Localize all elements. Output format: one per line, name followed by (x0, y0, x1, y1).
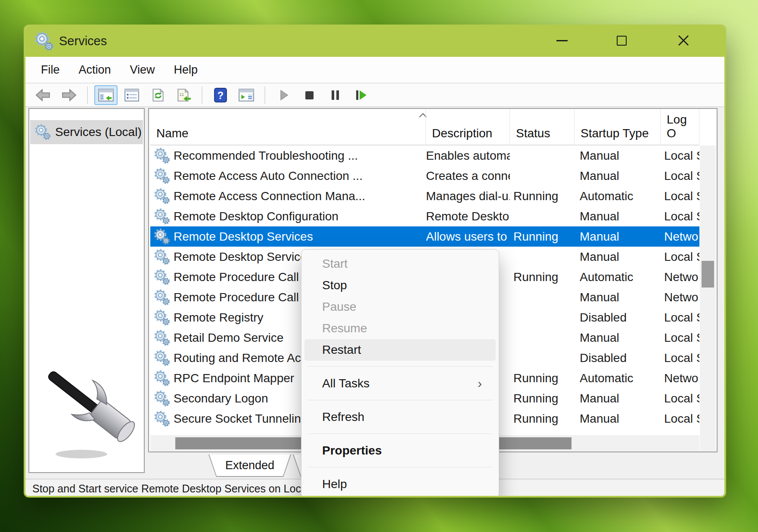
service-status-cell (510, 206, 575, 226)
service-gear-icon (154, 269, 170, 285)
service-startup-type-cell: Manual (575, 408, 661, 429)
service-startup-type-cell: Manual (575, 287, 661, 307)
svg-text:?: ? (217, 90, 224, 101)
service-gear-icon (154, 289, 170, 306)
back-button[interactable] (31, 85, 55, 105)
restart-service-button[interactable] (349, 85, 373, 105)
service-startup-type-cell: Disabled (575, 307, 661, 328)
hammer-image (30, 361, 155, 462)
status-bar-text: Stop and Start service Remote Desktop Se… (32, 483, 307, 495)
minimize-icon (556, 40, 568, 41)
show-console-tree-button[interactable] (94, 85, 118, 105)
service-status-cell: Running (510, 388, 575, 408)
service-gear-icon (154, 148, 170, 164)
service-description-cell: Manages dial-u... (426, 186, 510, 206)
service-row-selected[interactable]: Remote Desktop ServicesAllows users to .… (150, 226, 699, 247)
column-header-logon[interactable]: Log O (661, 109, 699, 145)
back-arrow-icon (35, 88, 51, 102)
menu-file[interactable]: File (31, 63, 69, 77)
start-service-icon (277, 89, 290, 102)
forward-button[interactable] (57, 85, 81, 105)
service-logon-cell: Local S (661, 186, 699, 206)
help-icon: ? (214, 88, 227, 102)
vertical-scrollbar[interactable] (700, 145, 716, 452)
menu-separator (301, 394, 499, 406)
service-name-text: Retail Demo Service (174, 331, 283, 345)
menu-help[interactable]: Help (165, 63, 208, 77)
service-description-cell: Remote Deskto... (426, 206, 510, 226)
start-service-button[interactable] (272, 85, 295, 105)
context-menu: StartStopPauseResumeRestartAll Tasks›Ref… (301, 249, 499, 498)
toolbar-separator (202, 87, 202, 104)
service-row-0[interactable]: Recommended Troubleshooting ...Enables a… (150, 145, 699, 166)
title-bar: Services (25, 26, 724, 57)
column-header-startup[interactable]: Startup Type (575, 109, 661, 145)
properties-button[interactable] (120, 85, 143, 105)
service-logon-cell: Netwo (661, 267, 699, 287)
service-description-cell: Enables automa... (426, 145, 510, 166)
service-name-text: Remote Desktop Services (174, 230, 313, 244)
stop-service-button[interactable] (298, 85, 321, 105)
service-gear-icon (154, 411, 170, 427)
pause-service-icon (329, 89, 342, 102)
context-menu-item-refresh[interactable]: Refresh (304, 406, 496, 428)
column-header-description[interactable]: Description (426, 109, 510, 145)
context-menu-item-pause: Pause (304, 296, 496, 318)
context-menu-item-properties[interactable]: Properties (304, 440, 496, 461)
service-startup-type-cell: Manual (575, 206, 661, 226)
service-logon-cell: Local S (661, 145, 699, 166)
pause-service-button[interactable] (323, 85, 347, 105)
tree-item-label: Services (Local) (55, 125, 142, 139)
service-name-text: Recommended Troubleshooting ... (174, 149, 358, 163)
service-startup-type-cell: Automatic (575, 368, 661, 388)
service-status-cell (510, 307, 575, 328)
service-status-cell (510, 328, 575, 348)
service-status-cell: Running (510, 368, 575, 388)
service-gear-icon (154, 249, 170, 265)
minimize-button[interactable] (542, 26, 582, 55)
service-gear-icon (154, 229, 170, 245)
export-list-icon (175, 88, 192, 102)
service-status-cell (510, 348, 575, 368)
service-row-3[interactable]: Remote Desktop ConfigurationRemote Deskt… (150, 206, 699, 226)
menu-view[interactable]: View (121, 63, 165, 77)
maximize-button[interactable] (601, 26, 642, 55)
menu-separator (301, 428, 499, 440)
service-logon-cell: Netwo (661, 368, 699, 388)
service-row-1[interactable]: Remote Access Auto Connection ...Creates… (150, 166, 699, 186)
service-name-text: Remote Registry (174, 311, 264, 325)
export-list-button[interactable] (172, 85, 195, 105)
service-name-text: Remote Access Auto Connection ... (174, 169, 363, 183)
tree-item-services-local[interactable]: Services (Local) (30, 120, 143, 144)
refresh-button[interactable] (146, 85, 169, 105)
service-description-cell: Allows users to ... (426, 226, 510, 247)
vertical-scrollbar-thumb[interactable] (702, 261, 714, 288)
column-header-name[interactable]: Name (150, 109, 426, 145)
context-menu-item-all-tasks[interactable]: All Tasks› (304, 373, 496, 394)
context-menu-item-start: Start (304, 253, 496, 275)
service-gear-icon (154, 330, 170, 346)
service-startup-type-cell: Manual (575, 166, 661, 186)
column-header-status[interactable]: Status (510, 109, 575, 145)
context-menu-item-resume: Resume (304, 318, 496, 339)
help-button[interactable]: ? (209, 85, 232, 105)
close-button[interactable] (663, 26, 704, 55)
context-menu-item-restart[interactable]: Restart (304, 339, 496, 361)
context-menu-item-help[interactable]: Help (304, 473, 496, 495)
tab-extended[interactable]: Extended (208, 455, 291, 477)
service-gear-icon (154, 390, 170, 407)
context-menu-item-stop[interactable]: Stop (304, 275, 496, 296)
service-row-2[interactable]: Remote Access Connection Mana...Manages … (150, 186, 699, 206)
service-status-cell: Running (510, 408, 575, 429)
service-startup-type-cell: Manual (575, 388, 661, 408)
service-logon-cell: Local S (661, 328, 699, 348)
show-action-pane-button[interactable] (235, 85, 258, 105)
services-gear-icon (34, 123, 51, 141)
list-header: NameDescriptionStatusStartup TypeLog O (150, 109, 699, 145)
service-name-cell: Remote Access Connection Mana... (150, 186, 426, 206)
menu-bar: FileActionViewHelp (25, 57, 724, 84)
service-status-cell (510, 287, 575, 307)
menu-action[interactable]: Action (69, 63, 121, 77)
forward-arrow-icon (61, 88, 77, 102)
service-gear-icon (154, 208, 170, 225)
